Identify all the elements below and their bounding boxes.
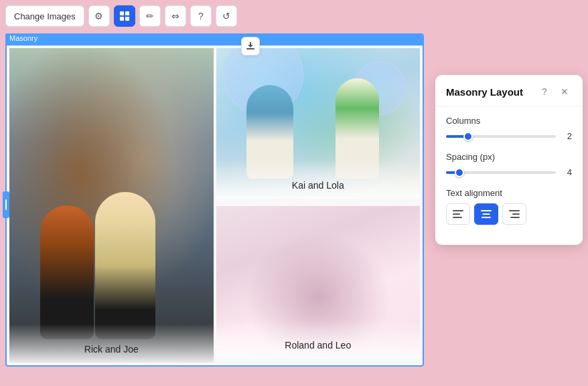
columns-slider[interactable] (446, 135, 556, 138)
columns-label: Columns (446, 116, 572, 126)
more-button[interactable]: ↺ (216, 5, 237, 27)
columns-slider-thumb[interactable] (463, 132, 473, 141)
masonry-grid: Rick and Joe Kai and Lola Roland and Leo (7, 45, 423, 365)
svg-rect-8 (481, 210, 492, 211)
align-left-button[interactable] (446, 203, 470, 225)
svg-rect-7 (453, 217, 462, 218)
columns-section: Columns 2 (446, 116, 572, 141)
spacing-slider-row: 4 (446, 167, 572, 177)
masonry-label: Masonry (5, 33, 42, 43)
svg-rect-9 (483, 213, 490, 215)
svg-rect-1 (125, 11, 129, 15)
layout-button[interactable] (114, 5, 135, 27)
svg-rect-3 (125, 17, 129, 21)
photo-kai-lola: Kai and Lola (216, 48, 421, 199)
columns-slider-row: 2 (446, 131, 572, 141)
panel-help-button[interactable]: ? (537, 84, 552, 99)
drag-handle[interactable] (3, 191, 9, 218)
svg-rect-11 (509, 210, 520, 211)
panel-header-icons: ? ✕ (537, 84, 572, 99)
align-right-button[interactable] (502, 203, 526, 225)
svg-rect-4 (246, 48, 254, 50)
svg-rect-5 (453, 210, 463, 211)
spacing-slider-thumb[interactable] (455, 168, 464, 177)
flip-button[interactable]: ⇔ (165, 5, 186, 27)
panel-header: Masonry Layout ? ✕ (435, 75, 583, 106)
spacing-label: Spacing (px) (446, 152, 572, 162)
spacing-slider[interactable] (446, 171, 556, 174)
svg-rect-13 (510, 217, 520, 218)
text-alignment-section: Text alignment (446, 188, 572, 225)
spacing-section: Spacing (px) 4 (446, 152, 572, 177)
photo-roland-leo: Roland and Leo (216, 206, 421, 359)
panel-title: Masonry Layout (446, 86, 523, 98)
toolbar: Change Images ⚙ ✏ ⇔ ? ↺ (5, 5, 237, 27)
caption-kai-lola: Kai and Lola (216, 160, 421, 199)
spacing-value: 4 (563, 167, 572, 177)
svg-rect-12 (512, 213, 520, 215)
help-button[interactable]: ? (190, 5, 212, 27)
text-alignment-label: Text alignment (446, 188, 572, 198)
download-button[interactable] (241, 37, 260, 56)
masonry-layout-panel: Masonry Layout ? ✕ Columns 2 Spacing (px… (435, 75, 583, 245)
canvas-area: Rick and Joe Kai and Lola Roland and Leo (5, 33, 424, 367)
svg-rect-10 (482, 217, 491, 218)
settings-button[interactable]: ⚙ (88, 5, 110, 27)
caption-rick-joe: Rick and Joe (9, 324, 214, 363)
svg-rect-2 (120, 17, 124, 21)
alignment-buttons (446, 203, 572, 225)
svg-rect-6 (453, 213, 460, 215)
columns-value: 2 (563, 131, 572, 141)
align-center-button[interactable] (474, 203, 498, 225)
panel-close-button[interactable]: ✕ (557, 84, 572, 99)
svg-rect-0 (120, 11, 124, 15)
panel-body: Columns 2 Spacing (px) 4 Text al (435, 106, 583, 245)
photo-rick-joe: Rick and Joe (9, 48, 214, 363)
change-images-button[interactable]: Change Images (5, 5, 84, 27)
caption-roland-leo: Roland and Leo (216, 320, 421, 359)
edit-button[interactable]: ✏ (139, 5, 161, 27)
